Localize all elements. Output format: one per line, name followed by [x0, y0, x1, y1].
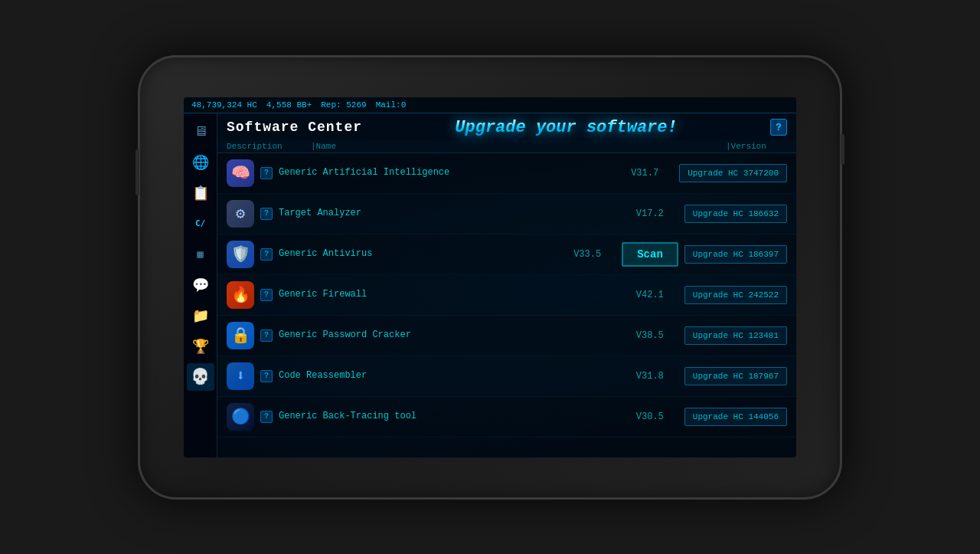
software-version-tracing: V30.5	[636, 411, 678, 422]
software-version-password: V38.5	[636, 330, 678, 341]
software-version-firewall: V42.1	[636, 290, 678, 300]
rep-score: Rep: 5269	[321, 100, 366, 110]
sidebar-icon-monitor[interactable]: 🖥	[187, 118, 214, 146]
software-name-tracing: Generic Back-Tracing tool	[279, 411, 630, 423]
sidebar-icon-terminal[interactable]: C/	[187, 210, 214, 238]
table-row: ⬇️?Code ReassemblerV31.8Upgrade HC 18796…	[217, 356, 796, 397]
sidebar-icon-folder[interactable]: 📁	[187, 302, 214, 329]
volume-button	[136, 149, 139, 195]
sidebar-icon-trophy[interactable]: 🏆	[187, 333, 214, 360]
col-name: |Name	[273, 142, 726, 151]
table-row: 🔥?Generic FirewallV42.1Upgrade HC 242522	[217, 275, 796, 316]
power-button	[841, 134, 844, 165]
software-name-ai: Generic Artificial Intelligence	[279, 167, 625, 179]
software-icon-target: ⚙️	[227, 200, 254, 228]
software-version-reassembler: V31.8	[636, 371, 678, 382]
upgrade-button-tracing[interactable]: Upgrade HC 144056	[684, 408, 787, 426]
upgrade-button-antivirus[interactable]: Upgrade HC 186397	[684, 245, 787, 264]
content-area: Software Center Upgrade your software! ?…	[217, 113, 796, 457]
sidebar-icon-chat[interactable]: 💬	[187, 271, 214, 299]
banner-text: Upgrade your software!	[455, 118, 677, 137]
software-name-reassembler: Code Reassembler	[279, 370, 630, 382]
main-content: 🖥 🌐 📋 C/ ▦ 💬 📁 🏆 💀 Software Center Upgra…	[184, 113, 796, 457]
status-bar: 48,739,324 HC 4,558 BB+ Rep: 5269 Mail:0	[184, 97, 796, 113]
table-row: 🔒?Generic Password CrackerV38.5Upgrade H…	[217, 316, 796, 356]
software-name-target: Target Analyzer	[279, 208, 630, 220]
mail-count: Mail:0	[376, 100, 407, 110]
table-row: 🧠?Generic Artificial IntelligenceV31.7Up…	[217, 153, 796, 194]
phone-screen: 48,739,324 HC 4,558 BB+ Rep: 5269 Mail:0…	[184, 97, 796, 457]
help-icon-password[interactable]: ?	[260, 329, 273, 342]
software-icon-antivirus: 🛡️	[227, 241, 254, 268]
upgrade-button-target[interactable]: Upgrade HC 186632	[684, 205, 787, 223]
column-headers: Description |Name |Version	[217, 140, 796, 153]
page-title: Software Center	[227, 120, 362, 135]
col-version: |Version	[726, 142, 787, 151]
software-icon-password: 🔒	[227, 322, 254, 349]
scan-button-antivirus[interactable]: Scan	[622, 242, 678, 267]
upgrade-button-reassembler[interactable]: Upgrade HC 187967	[684, 367, 787, 385]
help-icon-antivirus[interactable]: ?	[260, 248, 273, 261]
sidebar-icon-skull[interactable]: 💀	[187, 363, 214, 391]
help-icon-ai[interactable]: ?	[260, 167, 273, 179]
software-version-ai: V31.7	[631, 168, 673, 179]
hc-balance: 48,739,324 HC	[191, 100, 257, 110]
sidebar-icon-server[interactable]: ▦	[187, 241, 214, 268]
upgrade-button-firewall[interactable]: Upgrade HC 242522	[684, 286, 787, 304]
sidebar-icon-globe[interactable]: 🌐	[187, 149, 214, 176]
software-name-antivirus: Generic Antivirus	[279, 248, 567, 261]
software-list: 🧠?Generic Artificial IntelligenceV31.7Up…	[217, 153, 796, 457]
sidebar: 🖥 🌐 📋 C/ ▦ 💬 📁 🏆 💀	[184, 113, 217, 457]
help-button[interactable]: ?	[770, 119, 787, 136]
help-icon-reassembler[interactable]: ?	[260, 370, 273, 382]
content-header: Software Center Upgrade your software! ?	[217, 113, 796, 140]
software-icon-ai: 🧠	[227, 159, 254, 187]
table-row: 🔵?Generic Back-Tracing toolV30.5Upgrade …	[217, 397, 796, 438]
software-name-firewall: Generic Firewall	[279, 289, 630, 301]
bb-balance: 4,558 BB+	[266, 100, 312, 110]
table-row: 🛡️?Generic AntivirusV33.5ScanUpgrade HC …	[217, 234, 796, 275]
help-icon-target[interactable]: ?	[260, 208, 273, 220]
upgrade-button-password[interactable]: Upgrade HC 123481	[684, 326, 787, 345]
table-row: ⚙️?Target AnalyzerV17.2Upgrade HC 186632	[217, 194, 796, 234]
software-name-password: Generic Password Cracker	[279, 329, 630, 342]
software-version-antivirus: V33.5	[573, 249, 616, 260]
help-icon-tracing[interactable]: ?	[260, 411, 273, 423]
col-description: Description	[227, 142, 273, 151]
help-icon-firewall[interactable]: ?	[260, 289, 273, 301]
software-icon-reassembler: ⬇️	[227, 362, 254, 390]
sidebar-icon-clipboard[interactable]: 📋	[187, 179, 214, 207]
phone-frame: 48,739,324 HC 4,558 BB+ Rep: 5269 Mail:0…	[138, 55, 842, 500]
software-icon-tracing: 🔵	[227, 403, 254, 431]
software-icon-firewall: 🔥	[227, 281, 254, 309]
software-version-target: V17.2	[636, 208, 678, 219]
upgrade-button-ai[interactable]: Upgrade HC 3747200	[679, 164, 787, 182]
